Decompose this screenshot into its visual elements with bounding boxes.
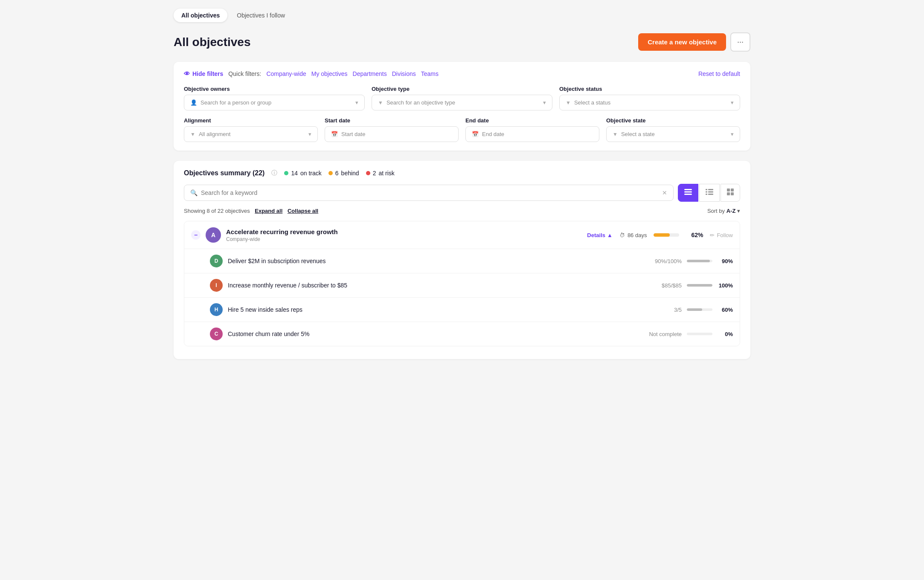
summary-title: Objectives summary (22) bbox=[184, 169, 264, 177]
avatar: D bbox=[210, 255, 223, 267]
person-icon: 👤 bbox=[190, 99, 197, 106]
sub-objective-name: Customer churn rate under 5% bbox=[228, 331, 638, 337]
svg-rect-1 bbox=[684, 191, 692, 193]
collapse-all-link[interactable]: Collapse all bbox=[288, 208, 318, 214]
sub-pct: 100% bbox=[718, 282, 733, 289]
sub-progress-bar bbox=[687, 308, 712, 311]
search-icon: 🔍 bbox=[190, 189, 198, 196]
filter-state-placeholder: Select a state bbox=[621, 131, 655, 137]
objective-name: Accelerate recurring revenue growth bbox=[226, 228, 582, 235]
sub-value: $85/$85 bbox=[643, 282, 682, 289]
sub-objective-row: C Customer churn rate under 5% Not compl… bbox=[184, 322, 740, 346]
search-bar-row: 🔍 ✕ bbox=[184, 184, 740, 202]
showing-count-text: Showing 8 of 22 objectives bbox=[184, 208, 250, 214]
sub-objective-row: D Deliver $2M in subscription revenues 9… bbox=[184, 249, 740, 273]
details-button[interactable]: Details ▲ bbox=[587, 232, 613, 238]
view-grouped-button[interactable] bbox=[678, 184, 698, 202]
filter-owners-placeholder: Search for a person or group bbox=[200, 99, 271, 106]
filter-funnel-icon: ▼ bbox=[190, 131, 195, 137]
filter-status-select[interactable]: ▼ Select a status ▾ bbox=[559, 95, 740, 110]
sub-pct: 60% bbox=[718, 307, 733, 313]
filter-start-date: Start date 📅 Start date bbox=[325, 117, 459, 142]
more-options-button[interactable]: ··· bbox=[730, 32, 750, 52]
filter-divisions[interactable]: Divisions bbox=[392, 70, 416, 77]
svg-rect-4 bbox=[708, 189, 713, 190]
objective-meta: Details ▲ ⏱ 86 days 62% ✏ Follow bbox=[587, 232, 733, 238]
view-grid-button[interactable] bbox=[721, 184, 740, 202]
sub-objective-meta: 3/5 60% bbox=[643, 307, 733, 313]
expand-all-link[interactable]: Expand all bbox=[255, 208, 282, 214]
follow-icon: ✏ bbox=[710, 232, 715, 238]
objective-group: − A Accelerate recurring revenue growth … bbox=[184, 221, 740, 346]
filter-end-date-select[interactable]: 📅 End date bbox=[465, 126, 599, 142]
filter-type-select[interactable]: ▼ Search for an objective type ▾ bbox=[372, 95, 552, 110]
progress-bar bbox=[654, 233, 679, 237]
filter-departments[interactable]: Departments bbox=[353, 70, 387, 77]
reset-to-default-button[interactable]: Reset to default bbox=[698, 70, 740, 77]
follow-button[interactable]: ✏ Follow bbox=[710, 232, 733, 238]
filter-teams[interactable]: Teams bbox=[421, 70, 439, 77]
collapse-objective-button[interactable]: − bbox=[191, 230, 200, 240]
filter-alignment-select[interactable]: ▼ All alignment ▾ bbox=[184, 126, 318, 142]
filter-status-label: Objective status bbox=[559, 86, 740, 92]
filter-alignment-label: Alignment bbox=[184, 117, 318, 124]
svg-rect-9 bbox=[727, 188, 730, 191]
sort-value[interactable]: A-Z bbox=[726, 208, 736, 214]
tab-objectives-follow[interactable]: Objectives I follow bbox=[229, 9, 293, 22]
filter-owners-label: Objective owners bbox=[184, 86, 365, 92]
filter-funnel-icon: ▼ bbox=[378, 100, 383, 106]
create-objective-button[interactable]: Create a new objective bbox=[638, 33, 726, 51]
tab-all-objectives[interactable]: All objectives bbox=[174, 9, 227, 22]
sub-pct: 0% bbox=[718, 331, 733, 337]
behind-label: behind bbox=[341, 170, 359, 177]
stat-at-risk: 2 at risk bbox=[366, 170, 395, 177]
sub-objective-name: Increase monthly revenue / subscriber to… bbox=[228, 282, 638, 289]
filter-state-select[interactable]: ▼ Select a state ▾ bbox=[606, 126, 740, 142]
keyword-search-bar[interactable]: 🔍 ✕ bbox=[184, 185, 674, 201]
svg-rect-5 bbox=[706, 191, 707, 193]
filters-row-2: Alignment ▼ All alignment ▾ Start date 📅… bbox=[184, 117, 740, 142]
summary-card: Objectives summary (22) ⓘ 14 on track 6 … bbox=[174, 161, 750, 359]
sub-value: Not complete bbox=[643, 331, 682, 337]
filter-type-label: Objective type bbox=[372, 86, 552, 92]
chevron-down-icon: ▾ bbox=[308, 131, 311, 137]
view-list-button[interactable] bbox=[699, 184, 720, 202]
sub-progress-fill bbox=[687, 308, 702, 311]
filter-end-date-placeholder: End date bbox=[482, 131, 504, 137]
filter-company-wide[interactable]: Company-wide bbox=[266, 70, 306, 77]
objective-info: Accelerate recurring revenue growth Comp… bbox=[226, 228, 582, 242]
filter-end-date-label: End date bbox=[465, 117, 599, 124]
on-track-dot bbox=[284, 171, 288, 175]
behind-dot bbox=[328, 171, 333, 175]
svg-rect-10 bbox=[731, 188, 734, 191]
days-info: ⏱ 86 days bbox=[619, 232, 647, 238]
grouped-view-icon bbox=[684, 189, 692, 195]
stat-on-track: 14 on track bbox=[284, 170, 321, 177]
svg-rect-7 bbox=[706, 194, 707, 195]
filter-alignment-value: All alignment bbox=[199, 131, 230, 137]
svg-rect-0 bbox=[684, 189, 692, 190]
filter-start-date-select[interactable]: 📅 Start date bbox=[325, 126, 459, 142]
showing-row: Showing 8 of 22 objectives Expand all Co… bbox=[184, 208, 740, 214]
clear-search-icon[interactable]: ✕ bbox=[662, 189, 667, 196]
arrow-up-icon: ▲ bbox=[607, 232, 613, 238]
chevron-down-icon: ▾ bbox=[731, 99, 734, 106]
filters-row-1: Objective owners 👤 Search for a person o… bbox=[184, 86, 740, 110]
sub-objective-name: Deliver $2M in subscription revenues bbox=[228, 258, 638, 264]
filter-my-objectives[interactable]: My objectives bbox=[311, 70, 348, 77]
at-risk-count: 2 bbox=[373, 170, 376, 177]
filter-objective-type: Objective type ▼ Search for an objective… bbox=[372, 86, 552, 110]
hide-filters-button[interactable]: 👁 Hide filters bbox=[184, 70, 223, 77]
at-risk-dot bbox=[366, 171, 370, 175]
sub-pct: 90% bbox=[718, 258, 733, 264]
quick-filters-label: Quick filters: bbox=[228, 70, 261, 77]
filter-funnel-icon: ▼ bbox=[613, 131, 618, 137]
calendar-icon: 📅 bbox=[472, 131, 479, 137]
eye-icon: 👁 bbox=[184, 70, 190, 77]
filter-owners-select[interactable]: 👤 Search for a person or group ▾ bbox=[184, 95, 365, 110]
filter-state-label: Objective state bbox=[606, 117, 740, 124]
summary-header: Objectives summary (22) ⓘ 14 on track 6 … bbox=[184, 169, 740, 177]
sub-progress-bar bbox=[687, 333, 712, 335]
keyword-search-input[interactable] bbox=[201, 189, 659, 196]
list-view-icon bbox=[706, 189, 713, 195]
